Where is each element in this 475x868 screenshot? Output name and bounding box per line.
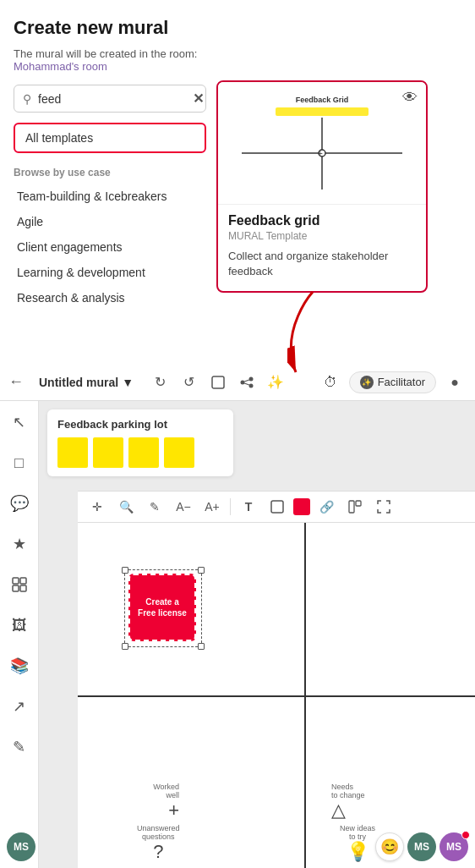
svg-rect-17 [271, 501, 283, 513]
handle-top-right[interactable] [198, 567, 205, 574]
undo-icon[interactable]: ↻ [149, 371, 172, 394]
handle-bottom-right[interactable] [198, 643, 205, 650]
left-sidebar: ↖ □ 💬 ★ 🖼 📚 ↗ ✎ [0, 401, 39, 868]
sidebar-chat-icon[interactable]: 💬 [7, 491, 32, 516]
use-case-list: Team-building & Icebreakers Agile Client… [14, 185, 206, 309]
svg-rect-14 [20, 578, 26, 584]
sticky-note-3[interactable] [128, 437, 159, 468]
feedback-grid-preview-svg: Feedback Grid + [233, 92, 411, 194]
user-avatar-1[interactable]: MS [407, 832, 436, 861]
user-avatar-2[interactable]: MS [440, 832, 468, 861]
decrease-font-icon[interactable]: A− [171, 494, 196, 519]
sidebar-export-icon[interactable]: ↗ [7, 694, 32, 719]
left-avatar-group: MS [7, 832, 35, 861]
sidebar-user-avatar[interactable]: MS [7, 832, 35, 861]
preview-eye-icon[interactable]: 👁 [402, 89, 418, 107]
layout-icon[interactable] [342, 494, 368, 519]
room-name[interactable]: Mohammad's room [14, 60, 107, 73]
plus-symbol: + [112, 799, 179, 821]
search-input[interactable] [38, 92, 186, 106]
needs-change-label-group: Needsto change △ [331, 783, 365, 821]
template-preview-card: 👁 Feedback Grid + Feedback grid MURAL Te… [216, 80, 428, 293]
zoom-icon[interactable]: 🔍 [113, 494, 139, 519]
more-options-icon[interactable]: ● [443, 371, 467, 394]
svg-rect-15 [13, 585, 19, 591]
sticky-note-1[interactable] [57, 437, 88, 468]
template-description: Collect and organize stakeholder feedbac… [228, 249, 416, 279]
search-icon: ⚲ [23, 92, 31, 106]
emoji-reaction-button[interactable]: 😊 [375, 832, 404, 861]
frame-icon[interactable] [206, 371, 230, 394]
svg-point-8 [240, 380, 244, 384]
svg-line-11 [244, 380, 249, 382]
mural-name-label: Untitled mural [39, 376, 118, 389]
use-case-agile[interactable]: Agile [14, 211, 206, 233]
canvas-toolbar: ← Untitled mural ▼ ↻ ↺ ✨ ⏱ ✨ Facilitator… [0, 364, 475, 401]
modal-title: Create new mural [14, 17, 206, 39]
sticky-note-4[interactable] [164, 437, 194, 468]
template-info: Feedback grid MURAL Template Collect and… [218, 205, 426, 291]
mural-name-button[interactable]: Untitled mural ▼ [34, 372, 139, 393]
unanswered-label: Unansweredquestions [137, 824, 180, 841]
feedback-grid-canvas[interactable]: Create aFree license Workedwell + Needst… [78, 523, 475, 868]
browse-section-title: Browse by use case [14, 167, 206, 179]
pen-tool-icon[interactable]: ✎ [142, 494, 167, 519]
redo-icon[interactable]: ↺ [177, 371, 201, 394]
svg-rect-18 [349, 501, 354, 513]
horizontal-divider [78, 695, 475, 697]
svg-text:+: + [318, 149, 323, 158]
connections-icon[interactable] [235, 371, 259, 394]
sticky-notes-row [57, 437, 223, 468]
modal-subtitle: The mural will be created in the room: M… [14, 47, 206, 73]
worked-well-label: Workedwell [112, 783, 179, 799]
all-templates-button[interactable]: All templates [14, 123, 206, 153]
expand-icon[interactable] [371, 494, 396, 519]
sidebar-cursor-icon[interactable]: ↖ [7, 409, 32, 435]
toolbar-icons: ↻ ↺ ✨ [149, 371, 287, 394]
avatar-group: 😊 MS MS [375, 832, 468, 861]
sidebar-star-icon[interactable]: ★ [7, 531, 32, 557]
create-mural-modal: Create new mural The mural will be creat… [0, 0, 220, 326]
new-ideas-label: New ideasto try [340, 824, 375, 841]
use-case-team-building[interactable]: Team-building & Icebreakers [14, 185, 206, 207]
sidebar-sticky-icon[interactable]: □ [7, 450, 32, 475]
clear-search-icon[interactable]: ✕ [193, 91, 204, 107]
facilitator-check-icon: ✨ [360, 376, 374, 389]
sidebar-library-icon[interactable]: 📚 [7, 653, 32, 678]
free-license-button[interactable]: Create aFree license [128, 574, 196, 641]
svg-line-12 [244, 383, 249, 385]
timer-icon[interactable]: ⏱ [319, 371, 342, 394]
sidebar-grid-icon[interactable] [7, 572, 32, 597]
unanswered-label-group: Unansweredquestions ? [137, 824, 180, 863]
facilitator-button[interactable]: ✨ Facilitator [349, 371, 436, 393]
canvas-content: Feedback parking lot ✛ 🔍 ✎ A− A+ T 🔗 [39, 401, 475, 868]
sticky-note-2[interactable] [93, 437, 123, 468]
text-icon[interactable]: T [236, 494, 261, 519]
sidebar-pen-icon[interactable]: ✎ [7, 734, 32, 760]
bulb-symbol: 💡 [340, 841, 375, 863]
svg-point-10 [248, 383, 253, 387]
back-icon[interactable]: ← [8, 373, 24, 391]
handle-top-left[interactable] [122, 567, 128, 574]
needs-change-label: Needsto change [331, 783, 365, 799]
mural-name-chevron: ▼ [122, 376, 134, 389]
template-preview-image: 👁 Feedback Grid + [218, 82, 426, 205]
handle-bottom-left[interactable] [122, 643, 128, 650]
use-case-research-analysis[interactable]: Research & analysis [14, 287, 206, 309]
svg-point-9 [248, 376, 253, 381]
new-ideas-label-group: New ideasto try 💡 [340, 824, 375, 863]
worked-well-label-group: Workedwell + [112, 783, 179, 821]
link-icon[interactable]: 🔗 [314, 494, 339, 519]
question-symbol: ? [137, 841, 180, 863]
svg-rect-19 [356, 501, 361, 506]
use-case-learning-development[interactable]: Learning & development [14, 261, 206, 283]
rectangle-icon[interactable] [265, 494, 290, 519]
magic-wand-icon[interactable]: ✨ [264, 371, 287, 394]
increase-font-icon[interactable]: A+ [199, 494, 225, 519]
svg-rect-16 [20, 585, 26, 591]
sidebar-image-icon[interactable]: 🖼 [7, 613, 32, 638]
use-case-client-engagements[interactable]: Client engagements [14, 236, 206, 258]
move-icon[interactable]: ✛ [85, 494, 110, 519]
template-name: Feedback grid [228, 213, 416, 228]
color-swatch[interactable] [293, 498, 310, 515]
